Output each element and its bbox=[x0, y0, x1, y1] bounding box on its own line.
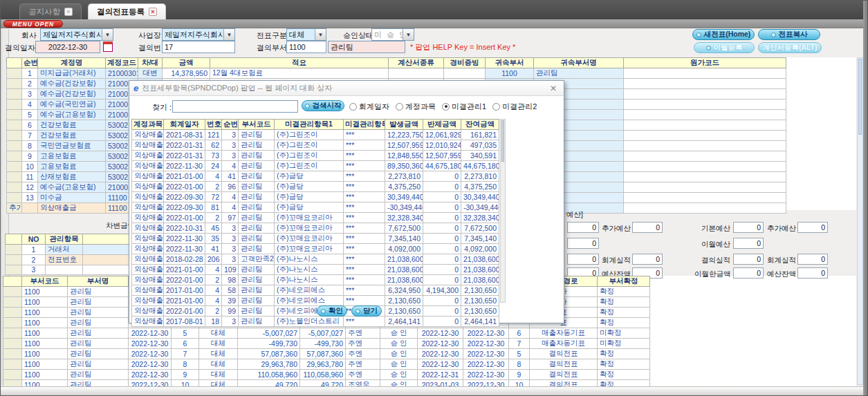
cell-entry-path[interactable]: 매출자동기표 bbox=[530, 339, 598, 349]
row-header-cell[interactable] bbox=[7, 68, 22, 79]
cell-account-name[interactable]: 예수금(건강보험) bbox=[38, 79, 106, 89]
cell-mgmt-item1[interactable]: (주)금당 bbox=[275, 182, 344, 192]
pending-item-row[interactable]: 외상매출금 2021-01-00 4 39 관리팀 (주)네오피에스 *** 2… bbox=[132, 296, 499, 306]
cell-repaid-amount[interactable]: 0 bbox=[423, 296, 461, 306]
row-header-cell[interactable] bbox=[7, 79, 22, 89]
cell-seq[interactable]: 3 bbox=[222, 140, 239, 151]
cell-dept[interactable]: 관리팀 bbox=[239, 306, 275, 317]
cell-writer[interactable]: 주엔 bbox=[346, 328, 380, 339]
cell-no[interactable]: 72 bbox=[205, 192, 222, 202]
pending-item-row[interactable]: 외상매출금 2022-09-30 72 4 관리팀 (주)금당 *** 30,3… bbox=[132, 192, 499, 202]
cell-occur-amount[interactable]: 6,324,950 bbox=[385, 285, 423, 296]
cell-seq[interactable]: 10 bbox=[22, 162, 38, 172]
cell-dept[interactable]: 관리팀 bbox=[239, 265, 275, 275]
cell-dept-name[interactable]: 관리팀 bbox=[68, 370, 129, 380]
cell-occur-amount[interactable]: 89,350,360 bbox=[385, 161, 423, 171]
cell-occur-amount[interactable]: 12,223,750 bbox=[385, 130, 423, 140]
cell-cost-code[interactable] bbox=[624, 100, 786, 110]
cell-mgmt-item2[interactable]: *** bbox=[344, 182, 385, 192]
cell-mgmt-item2[interactable]: *** bbox=[344, 317, 385, 327]
cell-cost-code[interactable] bbox=[624, 172, 786, 182]
cell-remain-amount[interactable]: 161,821 bbox=[461, 130, 499, 140]
row-header-cell[interactable] bbox=[7, 100, 22, 110]
cell-slip-type[interactable]: 대체 bbox=[199, 359, 238, 370]
cell-slip-type[interactable]: 대체 bbox=[199, 380, 238, 387]
cell-no[interactable]: 2 bbox=[205, 275, 222, 285]
cell-bill-type[interactable] bbox=[389, 68, 444, 79]
cell-date[interactable]: 2022-01-00 bbox=[164, 275, 205, 285]
cell-entry-path[interactable]: 결의전표 bbox=[530, 380, 598, 387]
cell-amount[interactable]: -5,007,027 bbox=[238, 328, 300, 339]
cell-cost-code[interactable] bbox=[624, 131, 786, 141]
cell-amount[interactable]: 110,058,960 bbox=[238, 370, 300, 380]
cell-cost-code[interactable] bbox=[624, 193, 786, 203]
pending-item-row[interactable]: 외상매출금 2022-10-31 45 3 관리팀 (주)꼬매요코리아 *** … bbox=[132, 223, 499, 234]
cell-mgmt-item1[interactable]: (주)꼬매요코리아 bbox=[275, 223, 344, 234]
cell-approve-date[interactable]: 2022-12-31 bbox=[418, 370, 463, 380]
cell-seq[interactable]: 3 bbox=[222, 223, 239, 234]
budget-box[interactable]: 0 bbox=[797, 254, 828, 265]
cell-no[interactable]: 81 bbox=[205, 202, 222, 213]
cell-mgmt-item2[interactable]: *** bbox=[344, 130, 385, 140]
cell-occur-amount[interactable]: 2,130,650 bbox=[385, 306, 423, 317]
cell-date[interactable]: 2017-01-00 bbox=[164, 285, 205, 296]
cell-occur-amount[interactable]: 2,273,810 bbox=[385, 171, 423, 182]
cell-occur-amount[interactable]: 12,848,550 bbox=[385, 151, 423, 161]
cell-occur-amount[interactable]: 4,092,000 bbox=[385, 244, 423, 254]
cell-remain-amount[interactable]: 340,591 bbox=[461, 151, 499, 161]
cell-date[interactable]: 2022-11-30 bbox=[164, 161, 205, 171]
row-header-cell[interactable] bbox=[7, 89, 22, 100]
cell-account[interactable]: 외상매출금 bbox=[132, 182, 164, 192]
cell-remain-amount[interactable]: 2,130,650 bbox=[461, 285, 499, 296]
cell-repaid-amount[interactable]: 12,061,929 bbox=[423, 130, 461, 140]
cell-no[interactable]: 18 bbox=[205, 317, 222, 327]
pending-item-row[interactable]: 외상매출금 2022-01-00 2 97 관리팀 (주)꼬매요코리아 *** … bbox=[132, 213, 499, 223]
cell-account-name[interactable]: 예수금(국민연금) bbox=[38, 100, 106, 110]
cell-repaid-amount[interactable]: 4,194,300 bbox=[423, 285, 461, 296]
cell-occur-amount[interactable]: -30,349,440 bbox=[385, 202, 423, 213]
cell-date[interactable]: 2022-01-00 bbox=[164, 182, 205, 192]
cell-remain-amount[interactable]: 21,038,600 bbox=[461, 254, 499, 265]
copy-voucher-button[interactable]: 전표복사 bbox=[758, 29, 820, 40]
cell-mgmt-item1[interactable]: (주)그린조이 bbox=[275, 140, 344, 151]
date-input[interactable] bbox=[35, 41, 100, 53]
cell-remain-amount[interactable]: 7,345,140 bbox=[461, 234, 499, 244]
cell-mgmt-item2[interactable]: *** bbox=[344, 213, 385, 223]
budget-box[interactable]: 0 bbox=[733, 267, 764, 279]
cell-seq[interactable]: 96 bbox=[222, 182, 239, 192]
cell-remain-amount[interactable]: 32,328,340 bbox=[461, 213, 499, 223]
cell-date[interactable]: 2021-01-00 bbox=[164, 171, 205, 182]
cell-date[interactable]: 2022-01-00 bbox=[164, 306, 205, 317]
cell-account-name[interactable]: 건강보험료 bbox=[38, 131, 106, 141]
voucher-list-row[interactable]: 1100 관리팀 2022-12-30 10 대체 49,720 49,720 … bbox=[3, 380, 650, 387]
cell-seq[interactable]: 5 bbox=[22, 110, 38, 120]
cell-repaid-amount[interactable]: 0 bbox=[423, 202, 461, 213]
cell-entry-no[interactable]: 5 bbox=[509, 349, 530, 359]
scrollbar-thumb[interactable] bbox=[501, 120, 504, 162]
cell-remain-amount[interactable]: 44,675,180 bbox=[461, 161, 499, 171]
radio-pending-mgmt2[interactable]: 미결관리2 bbox=[492, 102, 537, 112]
cell-dept-confirm[interactable]: 확정 bbox=[598, 359, 650, 370]
cell-repaid-amount[interactable]: 12,010,924 bbox=[423, 140, 461, 151]
cell-cost-code[interactable] bbox=[624, 162, 786, 172]
budget-box[interactable]: 0 bbox=[632, 254, 663, 265]
cell-seq[interactable]: 3 bbox=[222, 317, 239, 327]
cell-dept-confirm[interactable]: 확정 bbox=[598, 287, 650, 297]
row-header-cell[interactable] bbox=[7, 162, 22, 172]
cell-account-name[interactable]: 건강보험료 bbox=[38, 120, 106, 131]
cell-writer[interactable]: 주엔 bbox=[346, 349, 380, 359]
cell-account-code[interactable]: 21000301 bbox=[106, 68, 138, 79]
row-header-cell[interactable] bbox=[3, 359, 22, 370]
cell-dept-confirm[interactable]: 미확정 bbox=[598, 339, 650, 349]
cell-remain-amount[interactable]: 2,464,141 bbox=[461, 317, 499, 327]
cell-mgmt-item1[interactable]: (주)꼬매요코리아 bbox=[275, 234, 344, 244]
radio-account-subject[interactable]: 계정과목 bbox=[396, 102, 436, 112]
voucher-list-row[interactable]: 1100 관리팀 2022-12-30 8 대체 29,963,780 29,9… bbox=[3, 359, 650, 370]
cell-entry-no[interactable]: 9 bbox=[509, 370, 530, 380]
cell-mgmt-item2[interactable]: *** bbox=[344, 234, 385, 244]
cell-dept[interactable]: 관리팀 bbox=[239, 171, 275, 182]
cell-cost-code[interactable] bbox=[624, 120, 786, 131]
cell-slip-type[interactable]: 대체 bbox=[199, 370, 238, 380]
radio-account-date[interactable]: 회계일자 bbox=[349, 102, 389, 112]
cell-no[interactable]: 4 bbox=[205, 285, 222, 296]
